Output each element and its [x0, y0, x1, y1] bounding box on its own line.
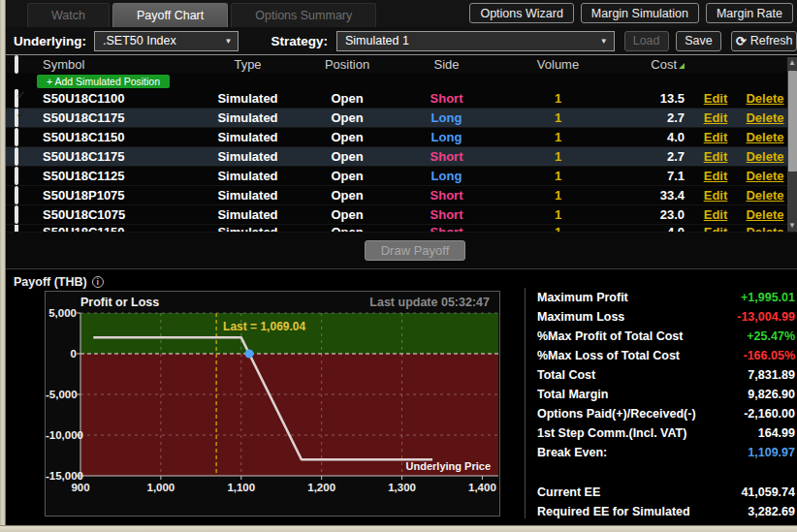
delete-cell: Delete	[735, 188, 795, 203]
edit-link[interactable]: Edit	[704, 149, 728, 164]
checkbox-cell	[6, 130, 37, 144]
stat-row: %Max Loss of Total Cost-166.05%	[537, 346, 795, 365]
delete-link[interactable]: Delete	[746, 225, 783, 233]
tab-payoff-chart[interactable]: Payoff Chart	[112, 3, 228, 27]
load-button[interactable]: Load	[624, 31, 669, 51]
stat-value: 9,826.90	[748, 388, 795, 401]
checkbox-cell	[6, 169, 37, 183]
chart-plot-area[interactable]: Underlying Price Last = 1,069.04	[80, 313, 498, 476]
margin-simulation-button[interactable]: Margin Simulation	[581, 3, 699, 23]
header-side[interactable]: Side	[391, 57, 502, 72]
cost-cell: 2.7	[614, 110, 696, 125]
volume-cell: 1	[502, 188, 614, 203]
row-checkbox[interactable]	[15, 167, 18, 185]
delete-link[interactable]: Delete	[746, 149, 783, 164]
scroll-down-icon[interactable]: ▼	[787, 220, 797, 232]
type-cell: Simulated	[192, 225, 303, 233]
payoff-chart-svg	[80, 313, 498, 476]
position-cell: Open	[303, 91, 391, 106]
stat-value: -166.05%	[743, 349, 795, 362]
checkbox-cell	[6, 188, 37, 203]
delete-link[interactable]: Delete	[746, 130, 783, 144]
stat-row: Maximum Loss-13,004.99	[537, 307, 795, 327]
table-body: S50U18C1100SimulatedOpenShort113.5EditDe…	[6, 89, 797, 233]
stat-value: 41,059.74	[741, 485, 795, 499]
volume-cell: 1	[502, 130, 614, 144]
chart-y-axis-title: Profit or Loss	[80, 296, 159, 309]
edit-link[interactable]: Edit	[704, 207, 728, 222]
volume-cell: 1	[502, 169, 614, 183]
scroll-up-icon[interactable]: ▲	[787, 57, 797, 69]
position-cell: Open	[303, 130, 391, 144]
draw-payoff-button[interactable]: Draw Payoff	[365, 240, 466, 261]
edit-cell: Edit	[696, 225, 735, 233]
add-simulated-position-button[interactable]: + Add Simulated Position	[37, 75, 170, 88]
strategy-toolbar: Underlying: .SET50 Index ▼ Strategy: Sim…	[6, 27, 797, 55]
margin-rate-button[interactable]: Margin Rate	[706, 3, 793, 23]
table-scrollbar[interactable]: ▲ ▼	[787, 57, 797, 232]
tab-options-summary[interactable]: Options Summary	[231, 3, 376, 27]
checkbox-cell	[6, 207, 37, 222]
header-type[interactable]: Type	[192, 57, 303, 72]
cost-cell: 4.0	[614, 225, 696, 233]
stat-row: %Max Profit of Total Cost+25.47%	[537, 327, 795, 346]
position-cell: Open	[303, 188, 391, 203]
last-price-annotation: Last = 1,069.04	[223, 320, 305, 333]
edit-link[interactable]: Edit	[704, 130, 728, 144]
delete-cell: Delete	[735, 169, 795, 183]
stats-panel: Maximum Profit+1,995.01Maximum Loss-13,0…	[525, 288, 797, 518]
chart-x-axis-title: Underlying Price	[406, 460, 491, 472]
edit-link[interactable]: Edit	[704, 225, 728, 233]
header-symbol[interactable]: Symbol	[37, 57, 192, 72]
cost-cell: 4.0	[614, 130, 696, 144]
chevron-down-icon: ▼	[224, 37, 232, 46]
row-checkbox[interactable]	[15, 147, 18, 166]
row-checkbox[interactable]	[15, 89, 18, 108]
table-row: S50U18C1175SimulatedOpenShort12.7EditDel…	[6, 147, 797, 167]
volume-cell: 1	[502, 207, 614, 222]
edit-link[interactable]: Edit	[704, 91, 728, 106]
type-cell: Simulated	[192, 91, 303, 106]
volume-cell: 1	[502, 91, 614, 106]
window-bottom-edge	[0, 525, 797, 532]
row-checkbox[interactable]	[15, 225, 18, 233]
x-tick-label: 1,000	[146, 482, 175, 493]
position-cell: Open	[303, 207, 391, 222]
tab-watch[interactable]: Watch	[27, 3, 110, 27]
volume-cell: 1	[502, 149, 614, 164]
row-checkbox[interactable]	[15, 205, 18, 224]
side-cell: Long	[391, 169, 502, 183]
delete-link[interactable]: Delete	[746, 91, 783, 106]
row-checkbox[interactable]	[15, 186, 18, 204]
stat-row: Total Cost7,831.89	[537, 365, 795, 385]
save-button[interactable]: Save	[676, 31, 722, 51]
delete-link[interactable]: Delete	[746, 110, 783, 125]
edit-link[interactable]: Edit	[704, 188, 728, 203]
edit-link[interactable]: Edit	[704, 169, 728, 183]
underlying-select[interactable]: .SET50 Index ▼	[94, 31, 239, 51]
row-checkbox[interactable]	[15, 128, 18, 146]
options-wizard-button[interactable]: Options Wizard	[469, 3, 573, 23]
edit-link[interactable]: Edit	[704, 110, 728, 125]
x-tick-label: 1,400	[468, 482, 496, 493]
scrollbar-thumb[interactable]	[788, 71, 797, 172]
strategy-select[interactable]: Simulated 1 ▼	[336, 31, 615, 51]
row-checkbox[interactable]	[15, 109, 18, 127]
header-position[interactable]: Position	[303, 57, 391, 72]
cost-cell: 7.1	[614, 169, 696, 183]
delete-link[interactable]: Delete	[746, 188, 783, 203]
strategy-value: Simulated 1	[345, 34, 409, 47]
table-row: S50U18P1075SimulatedOpenShort133.4EditDe…	[6, 186, 797, 205]
break-even-dot[interactable]	[245, 350, 254, 359]
edit-cell: Edit	[696, 188, 735, 203]
info-icon[interactable]: i	[92, 276, 104, 288]
delete-link[interactable]: Delete	[746, 207, 783, 222]
refresh-button[interactable]: ⟳ Refresh	[731, 31, 797, 51]
edit-cell: Edit	[696, 130, 735, 144]
delete-link[interactable]: Delete	[746, 169, 783, 183]
select-all-checkbox[interactable]	[15, 55, 18, 74]
stat-value: 164.99	[758, 426, 795, 440]
header-volume[interactable]: Volume	[502, 57, 614, 72]
side-cell: Long	[391, 110, 502, 125]
header-cost[interactable]: Cost	[614, 57, 696, 72]
